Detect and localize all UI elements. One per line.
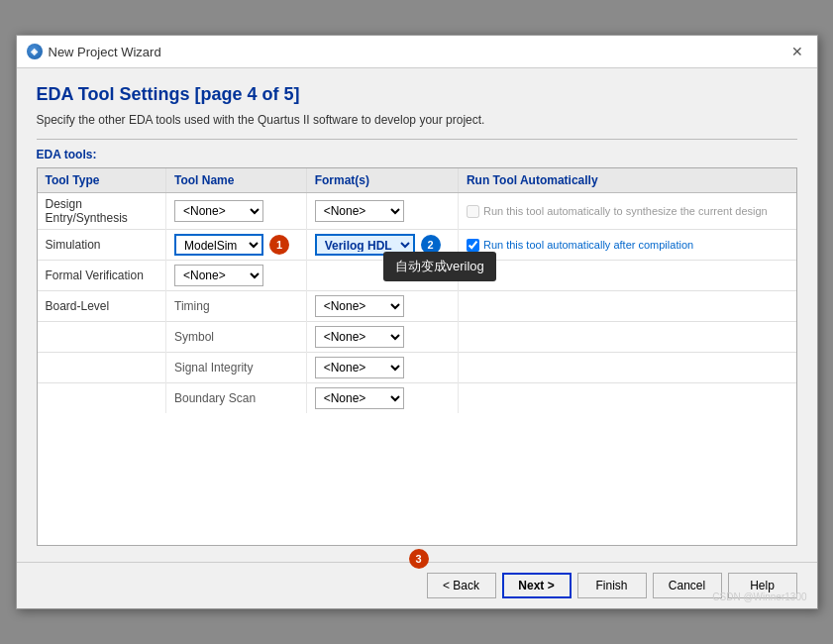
format-symbol-cell: <None> xyxy=(306,322,458,353)
finish-button[interactable]: Finish xyxy=(577,573,647,598)
format-boundary-cell: <None> xyxy=(306,383,458,414)
table-row-timing: Board-Level Timing <None> xyxy=(38,291,796,322)
format-signal-wrapper: <None> xyxy=(315,357,450,378)
format-symbol-select[interactable]: <None> xyxy=(315,326,404,348)
eda-tools-table-container: Tool Type Tool Name Format(s) Run Tool A… xyxy=(37,167,797,546)
run-auto-signal-cell xyxy=(458,353,795,383)
tool-name-formal-select[interactable]: <None> xyxy=(174,265,263,286)
dialog-title: New Project Wizard xyxy=(49,45,161,59)
format-design-entry-cell: <None> xyxy=(306,193,458,230)
eda-tools-table: Tool Type Tool Name Format(s) Run Tool A… xyxy=(38,168,796,413)
run-auto-simulation-cell: Run this tool automatically after compil… xyxy=(458,230,795,261)
new-project-wizard-dialog: ◈ New Project Wizard ✕ EDA Tool Settings… xyxy=(16,35,818,609)
tool-name-simulation-select[interactable]: ModelSim <None> xyxy=(174,234,263,256)
tool-type-board-level: Board-Level xyxy=(38,291,166,322)
page-description: Specify the other EDA tools used with th… xyxy=(37,113,797,127)
table-row-boundary-scan: Boundary Scan <None> xyxy=(38,383,796,414)
close-button[interactable]: ✕ xyxy=(787,42,807,61)
format-boundary-wrapper: <None> xyxy=(315,387,450,409)
col-run-auto: Run Tool Automatically xyxy=(458,168,795,193)
title-bar-left: ◈ New Project Wizard xyxy=(27,44,161,59)
badge-3: 3 xyxy=(409,549,429,569)
run-auto-design-entry-label: Run this tool automatically to synthesiz… xyxy=(483,205,768,217)
table-row-signal-integrity: Signal Integrity <None> xyxy=(38,353,796,383)
format-boundary-select[interactable]: <None> xyxy=(315,387,404,409)
app-icon: ◈ xyxy=(27,44,43,59)
tool-name-simulation-wrapper: ModelSim <None> 1 xyxy=(174,234,298,256)
tool-name-formal-wrapper: <None> xyxy=(174,265,298,286)
run-auto-design-entry-wrapper: Run this tool automatically to synthesiz… xyxy=(467,205,788,218)
dialog-content: EDA Tool Settings [page 4 of 5] Specify … xyxy=(17,68,817,562)
run-auto-design-entry-cell: Run this tool automatically to synthesiz… xyxy=(458,193,795,230)
tooltip-text: 自动变成verilog xyxy=(395,259,484,273)
tool-name-boundary-cell: Boundary Scan xyxy=(166,383,307,414)
run-auto-formal-cell xyxy=(458,261,795,291)
col-formats: Format(s) xyxy=(306,168,458,193)
run-auto-simulation-label: Run this tool automatically after compil… xyxy=(483,239,693,251)
format-signal-select[interactable]: <None> xyxy=(315,357,404,378)
badge-1: 1 xyxy=(269,235,289,255)
next-button[interactable]: Next > xyxy=(502,573,572,598)
col-tool-type: Tool Type xyxy=(38,168,166,193)
tooltip-overlay: 自动变成verilog xyxy=(383,252,496,281)
tool-name-simulation-cell: ModelSim <None> 1 xyxy=(166,230,307,261)
format-timing-cell: <None> xyxy=(306,291,458,322)
format-design-entry-wrapper: <None> xyxy=(315,200,450,222)
run-auto-simulation-wrapper: Run this tool automatically after compil… xyxy=(467,239,788,252)
format-timing-select[interactable]: <None> xyxy=(315,295,404,317)
tool-name-formal-cell: <None> xyxy=(166,261,307,291)
title-bar: ◈ New Project Wizard ✕ xyxy=(17,36,817,68)
tool-type-empty-1 xyxy=(38,322,166,353)
tool-name-timing-cell: Timing xyxy=(166,291,307,322)
cancel-button[interactable]: Cancel xyxy=(653,573,722,598)
dialog-footer: 3 < Back Next > Finish Cancel Help xyxy=(17,562,817,608)
table-row-symbol: Symbol <None> xyxy=(38,322,796,353)
tool-type-design-entry: Design Entry/Synthesis xyxy=(38,193,166,230)
run-auto-simulation-checkbox[interactable] xyxy=(467,239,479,252)
footer-badge-wrapper: 3 xyxy=(405,549,429,569)
section-label: EDA tools: xyxy=(37,148,797,161)
tool-name-symbol-cell: Symbol xyxy=(166,322,307,353)
col-tool-name: Tool Name xyxy=(166,168,307,193)
page-title: EDA Tool Settings [page 4 of 5] xyxy=(37,84,797,105)
tool-type-simulation: Simulation xyxy=(38,230,166,261)
tool-type-empty-3 xyxy=(38,383,166,414)
run-auto-design-entry-checkbox[interactable] xyxy=(467,205,479,218)
run-auto-symbol-cell xyxy=(458,322,795,353)
tool-name-design-entry-wrapper: <None> xyxy=(174,200,298,222)
back-button[interactable]: < Back xyxy=(427,573,496,598)
tool-type-formal: Formal Verification xyxy=(38,261,166,291)
tool-name-design-entry-select[interactable]: <None> xyxy=(174,200,263,222)
tool-type-empty-2 xyxy=(38,353,166,383)
tool-name-signal-cell: Signal Integrity xyxy=(166,353,307,383)
format-timing-wrapper: <None> xyxy=(315,295,450,317)
format-signal-cell: <None> xyxy=(306,353,458,383)
divider xyxy=(37,139,797,140)
watermark: CSDN @Winner1300 xyxy=(712,591,806,602)
run-auto-timing-cell xyxy=(458,291,795,322)
format-design-entry-select[interactable]: <None> xyxy=(315,200,404,222)
tool-name-design-entry-cell: <None> xyxy=(166,193,307,230)
table-header-row: Tool Type Tool Name Format(s) Run Tool A… xyxy=(38,168,796,193)
format-symbol-wrapper: <None> xyxy=(315,326,450,348)
table-row: Design Entry/Synthesis <None> xyxy=(38,193,796,230)
run-auto-boundary-cell xyxy=(458,383,795,414)
